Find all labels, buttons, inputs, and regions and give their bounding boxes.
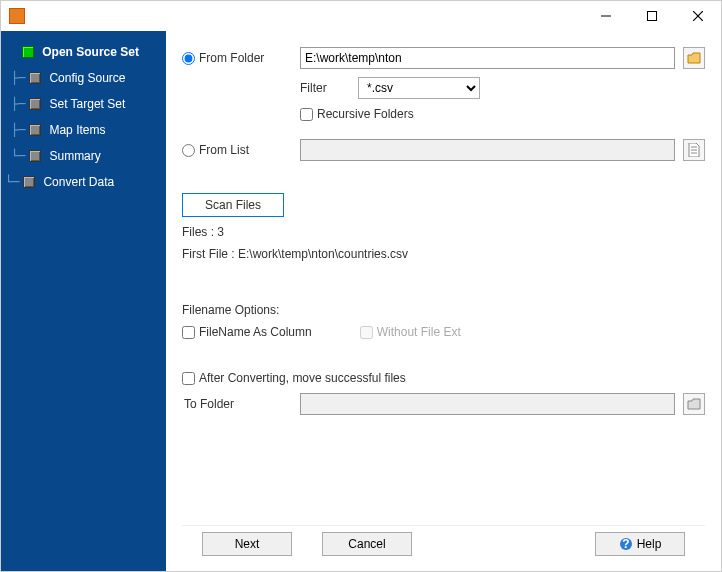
sidebar-item-map-items[interactable]: ├─ Map Items bbox=[1, 117, 166, 143]
to-folder-label: To Folder bbox=[182, 397, 292, 411]
from-list-label: From List bbox=[199, 143, 249, 157]
recursive-checkbox[interactable] bbox=[300, 108, 313, 121]
browse-list-button[interactable] bbox=[683, 139, 705, 161]
to-folder-input[interactable] bbox=[300, 393, 675, 415]
after-converting-label: After Converting, move successful files bbox=[199, 371, 406, 385]
after-converting-checkbox[interactable] bbox=[182, 372, 195, 385]
app-icon bbox=[9, 8, 25, 24]
close-button[interactable] bbox=[675, 1, 721, 31]
filter-label: Filter bbox=[300, 81, 350, 95]
help-icon: ? bbox=[619, 537, 633, 551]
sidebar: Open Source Set ├─ Config Source ├─ Set … bbox=[1, 31, 166, 571]
after-converting-wrap[interactable]: After Converting, move successful files bbox=[182, 371, 406, 385]
help-button[interactable]: ? Help bbox=[595, 532, 685, 556]
filename-as-column-checkbox[interactable] bbox=[182, 326, 195, 339]
sidebar-item-label: Summary bbox=[49, 149, 100, 163]
filename-as-column-wrap[interactable]: FileName As Column bbox=[182, 325, 312, 339]
from-list-input[interactable] bbox=[300, 139, 675, 161]
sidebar-item-convert-data[interactable]: └─ Convert Data bbox=[1, 169, 166, 195]
file-icon bbox=[688, 143, 700, 157]
folder-icon bbox=[687, 52, 701, 64]
step-icon bbox=[29, 98, 41, 110]
without-ext-wrap: Without File Ext bbox=[360, 325, 461, 339]
step-icon bbox=[29, 150, 41, 162]
maximize-button[interactable] bbox=[629, 1, 675, 31]
sidebar-item-open-source-set[interactable]: Open Source Set bbox=[1, 39, 166, 65]
scan-files-button[interactable]: Scan Files bbox=[182, 193, 284, 217]
sidebar-item-label: Open Source Set bbox=[42, 45, 139, 59]
sidebar-item-label: Config Source bbox=[49, 71, 125, 85]
sidebar-item-set-target-set[interactable]: ├─ Set Target Set bbox=[1, 91, 166, 117]
next-button[interactable]: Next bbox=[202, 532, 292, 556]
sidebar-item-summary[interactable]: └─ Summary bbox=[1, 143, 166, 169]
from-folder-input[interactable] bbox=[300, 47, 675, 69]
filename-as-column-label: FileName As Column bbox=[199, 325, 312, 339]
step-icon bbox=[29, 124, 41, 136]
recursive-label: Recursive Folders bbox=[317, 107, 414, 121]
filename-options-label: Filename Options: bbox=[182, 303, 279, 317]
folder-icon bbox=[687, 398, 701, 410]
minimize-button[interactable] bbox=[583, 1, 629, 31]
files-count: Files : 3 bbox=[182, 225, 224, 239]
sidebar-item-label: Convert Data bbox=[43, 175, 114, 189]
from-folder-radio-wrap[interactable]: From Folder bbox=[182, 51, 292, 65]
step-icon bbox=[23, 176, 35, 188]
main-panel: From Folder Filter *.csv Recursive Folde… bbox=[166, 31, 721, 571]
footer: Next Cancel ? Help bbox=[182, 525, 705, 561]
cancel-button[interactable]: Cancel bbox=[322, 532, 412, 556]
recursive-checkbox-wrap[interactable]: Recursive Folders bbox=[300, 107, 414, 121]
browse-folder-button[interactable] bbox=[683, 47, 705, 69]
filter-select[interactable]: *.csv bbox=[358, 77, 480, 99]
without-ext-label: Without File Ext bbox=[377, 325, 461, 339]
step-icon bbox=[29, 72, 41, 84]
from-list-radio-wrap[interactable]: From List bbox=[182, 143, 292, 157]
without-ext-checkbox bbox=[360, 326, 373, 339]
help-label: Help bbox=[637, 537, 662, 551]
svg-text:?: ? bbox=[622, 537, 629, 551]
browse-to-folder-button[interactable] bbox=[683, 393, 705, 415]
sidebar-item-config-source[interactable]: ├─ Config Source bbox=[1, 65, 166, 91]
from-folder-radio[interactable] bbox=[182, 52, 195, 65]
step-icon bbox=[22, 46, 34, 58]
titlebar bbox=[1, 1, 721, 31]
svg-rect-1 bbox=[648, 12, 657, 21]
from-list-radio[interactable] bbox=[182, 144, 195, 157]
first-file: First File : E:\work\temp\nton\countries… bbox=[182, 247, 408, 261]
sidebar-item-label: Set Target Set bbox=[49, 97, 125, 111]
from-folder-label: From Folder bbox=[199, 51, 264, 65]
sidebar-item-label: Map Items bbox=[49, 123, 105, 137]
